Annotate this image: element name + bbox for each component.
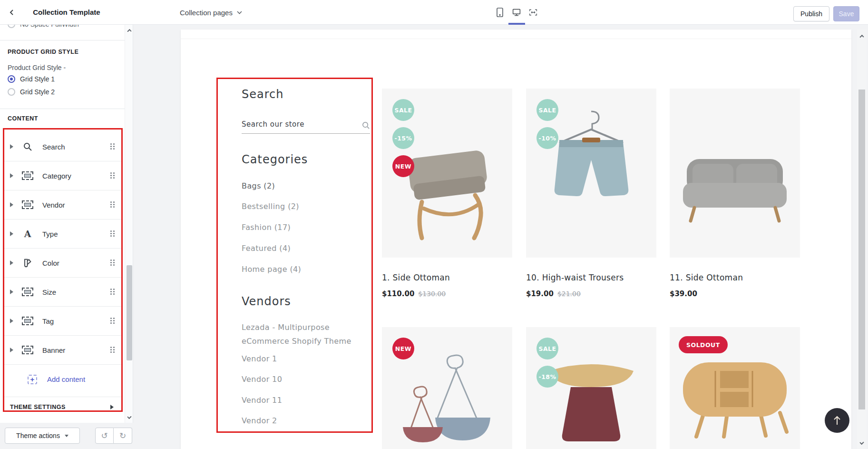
content-item-search[interactable]: Search xyxy=(4,132,121,161)
product-image-bowls[interactable]: NEW xyxy=(382,327,512,449)
grid-style-1-option[interactable]: Grid Style 1 xyxy=(8,75,55,83)
scroll-down-arrow[interactable] xyxy=(858,438,866,447)
product-image-side-table[interactable]: SALE -18% xyxy=(526,327,656,449)
content-item-label: Tag xyxy=(42,317,54,325)
typography-icon: A xyxy=(21,228,34,240)
product-image-ottoman[interactable]: SALE -15% NEW xyxy=(382,89,512,258)
category-link[interactable]: Bags (2) xyxy=(242,181,275,190)
expand-arrow-icon[interactable] xyxy=(10,289,13,294)
settings-sidebar: No Space FullWidth PRODUCT GRID STYLE Pr… xyxy=(0,25,133,423)
mobile-preview-icon[interactable] xyxy=(493,5,507,20)
store-search-input[interactable] xyxy=(242,118,355,130)
content-item-vendor[interactable]: Vendor xyxy=(4,190,121,220)
monitor-icon xyxy=(512,8,521,17)
store-search-field xyxy=(242,118,370,134)
desktop-preview-icon[interactable] xyxy=(509,5,524,20)
search-icon xyxy=(21,140,34,153)
chevron-down-icon xyxy=(237,11,242,14)
vendor-link[interactable]: Vendor 2 xyxy=(242,416,277,425)
product-image-sofa[interactable] xyxy=(670,89,800,258)
content-item-label: Search xyxy=(42,143,65,151)
drag-handle-icon[interactable] xyxy=(110,289,115,295)
expand-arrow-icon[interactable] xyxy=(10,260,13,265)
content-item-type[interactable]: A Type xyxy=(4,220,121,249)
vendor-link[interactable]: Vendor 11 xyxy=(242,396,282,405)
drag-handle-icon[interactable] xyxy=(110,259,115,266)
add-content-label: Add content xyxy=(47,375,85,383)
product-card: SOLDOUT xyxy=(670,327,800,449)
radio-icon xyxy=(8,25,15,28)
scroll-down-arrow[interactable] xyxy=(125,412,133,421)
product-title[interactable]: 10. High-waist Trousers xyxy=(526,273,656,282)
price-compare-at: $130.00 xyxy=(418,290,446,298)
product-image-trousers[interactable]: SALE -10% xyxy=(526,89,656,258)
discount-badge: -15% xyxy=(392,127,414,149)
selection-outline-filter-sidebar: Search Categories Bags (2) Bestselling (… xyxy=(216,78,373,433)
theme-actions-button[interactable]: Theme actions xyxy=(5,428,80,444)
expand-arrow-icon[interactable] xyxy=(10,231,13,236)
fullwidth-preview-icon[interactable] xyxy=(526,5,540,20)
category-link[interactable]: Fashion (17) xyxy=(242,223,291,232)
expand-arrow-icon[interactable] xyxy=(10,173,13,178)
selection-outline-content-list: Search Category Vendor A Type xyxy=(3,128,123,412)
history-controls: ↺ ↻ xyxy=(95,428,132,444)
theme-actions-label: Theme actions xyxy=(16,432,60,439)
back-button[interactable] xyxy=(4,5,20,20)
content-item-tag[interactable]: Tag xyxy=(4,307,121,336)
radio-icon xyxy=(8,88,15,96)
product-title[interactable]: 1. Side Ottoman xyxy=(382,273,512,282)
vendor-link[interactable]: Vendor 10 xyxy=(242,375,282,384)
vendors-widget-title: Vendors xyxy=(242,295,291,308)
sidebar-scrollbar[interactable] xyxy=(125,25,133,423)
grid-style-field-label: Product Grid Style - xyxy=(8,64,66,71)
redo-button[interactable]: ↻ xyxy=(114,428,132,444)
drag-handle-icon[interactable] xyxy=(110,143,115,150)
theme-settings-button[interactable]: THEME SETTINGS xyxy=(4,398,121,413)
product-title[interactable]: 11. Side Ottoman xyxy=(670,273,800,282)
content-item-size[interactable]: Size xyxy=(4,278,121,307)
search-icon[interactable] xyxy=(362,121,370,130)
content-item-color[interactable]: Color xyxy=(4,249,121,278)
expand-arrow-icon[interactable] xyxy=(10,144,13,149)
drag-handle-icon[interactable] xyxy=(110,318,115,324)
grid-style-2-option[interactable]: Grid Style 2 xyxy=(8,88,55,96)
expand-arrow-icon[interactable] xyxy=(10,348,13,352)
drag-handle-icon[interactable] xyxy=(110,172,115,179)
vendor-link[interactable]: Lezada - Multipurpose eCommerce Shopify … xyxy=(242,320,366,348)
drag-handle-icon[interactable] xyxy=(110,347,115,353)
theme-settings-label: THEME SETTINGS xyxy=(10,404,66,410)
page-selector-dropdown[interactable]: Collection pages xyxy=(177,0,245,25)
save-button[interactable]: Save xyxy=(833,6,859,21)
drag-handle-icon[interactable] xyxy=(110,230,115,237)
expand-width-icon xyxy=(529,8,537,17)
redo-icon: ↻ xyxy=(119,431,126,440)
badge-stack: SOLDOUT xyxy=(679,336,728,353)
layout-option-no-space-fullwidth[interactable]: No Space FullWidth xyxy=(8,25,79,28)
publish-button[interactable]: Publish xyxy=(793,6,829,21)
preview-scrollbar[interactable] xyxy=(857,30,867,449)
radio-selected-icon xyxy=(8,75,15,83)
scroll-up-arrow[interactable] xyxy=(858,32,866,41)
product-image-console[interactable]: SOLDOUT xyxy=(670,327,800,449)
arrow-up-icon xyxy=(833,415,841,426)
section-block-icon xyxy=(21,315,34,327)
scroll-up-arrow[interactable] xyxy=(125,27,133,35)
preview-scrollbar-thumb[interactable] xyxy=(858,90,865,409)
category-link[interactable]: Bestselling (2) xyxy=(242,202,299,211)
content-item-banner[interactable]: Banner xyxy=(4,336,121,365)
category-link[interactable]: Home page (4) xyxy=(242,265,301,274)
add-content-button[interactable]: + Add content xyxy=(4,365,121,394)
expand-arrow-icon[interactable] xyxy=(10,202,13,207)
preview-workspace: Search Categories Bags (2) Bestselling (… xyxy=(133,25,868,449)
vendor-link[interactable]: Vendor 1 xyxy=(242,354,277,363)
drag-handle-icon[interactable] xyxy=(110,201,115,208)
category-link[interactable]: Featured (4) xyxy=(242,244,291,253)
scroll-to-top-button[interactable] xyxy=(825,408,849,433)
content-item-category[interactable]: Category xyxy=(4,161,121,190)
undo-button[interactable]: ↺ xyxy=(95,428,114,444)
product-price: $39.00 xyxy=(670,289,800,298)
product-card: SALE -15% NEW 1. Side Ottoman $110.00$13… xyxy=(382,89,512,298)
sidebar-scrollbar-thumb[interactable] xyxy=(127,265,132,360)
expand-arrow-icon[interactable] xyxy=(10,319,13,323)
grid-style-1-label: Grid Style 1 xyxy=(20,75,55,83)
